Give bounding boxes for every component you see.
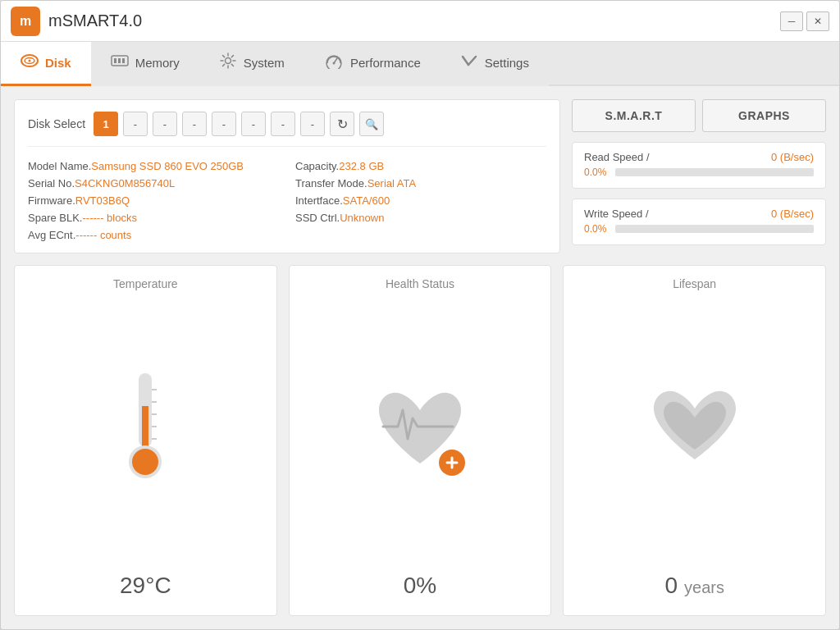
ssdctrl-label: SSD Ctrl.	[295, 212, 340, 224]
search-disk-button[interactable]: 🔍	[359, 112, 384, 136]
avgec-value: ------ counts	[75, 229, 131, 241]
tab-disk-label: Disk	[45, 56, 71, 70]
svg-line-11	[463, 57, 468, 65]
write-speed-bar-row: 0.0%	[584, 223, 814, 235]
window-controls: ─ ✕	[780, 11, 829, 31]
tab-performance-label: Performance	[350, 56, 421, 70]
tab-bar: Disk Memory System Performance Settings	[1, 42, 839, 86]
ssdctrl-row: SSD Ctrl. Unknown	[295, 212, 546, 224]
main-content: Disk Select 1 - - - - - - - ↻ 🔍 Model Na…	[1, 86, 839, 629]
spare-value: ------ blocks	[83, 212, 137, 224]
right-panel: S.M.A.R.T GRAPHS Read Speed / 0 (B/sec) …	[572, 99, 826, 253]
write-speed-label: Write Speed /	[584, 208, 649, 220]
transfer-label: Transfer Mode.	[295, 177, 368, 189]
temperature-value: 29°C	[120, 573, 171, 599]
svg-rect-6	[122, 58, 125, 63]
disk-info-grid: Model Name. Samsung SSD 860 EVO 250GB Ca…	[28, 160, 546, 241]
tab-performance[interactable]: Performance	[304, 42, 441, 86]
capacity-value: 232.8 GB	[339, 160, 384, 172]
interface-label: Intertface.	[295, 194, 343, 207]
firmware-value: RVT03B6Q	[75, 194, 130, 207]
firmware-row: Firmware. RVT03B6Q	[28, 194, 279, 207]
avgec-label: Avg ECnt.	[28, 229, 75, 241]
model-name-row: Model Name. Samsung SSD 860 EVO 250GB	[28, 160, 279, 172]
write-speed-row: Write Speed / 0 (B/sec)	[584, 208, 814, 220]
performance-tab-icon	[324, 52, 344, 73]
smart-button[interactable]: S.M.A.R.T	[572, 99, 696, 132]
lifespan-heart-icon	[646, 386, 744, 476]
health-plus-icon	[439, 450, 465, 476]
app-title: mSMART4.0	[48, 11, 142, 30]
disk-slot-3[interactable]: -	[153, 112, 177, 136]
disk-slot-1[interactable]: 1	[94, 112, 118, 136]
system-tab-icon	[219, 52, 237, 74]
read-speed-bar-row: 0.0%	[584, 167, 814, 178]
health-card: Health Status	[289, 265, 552, 616]
read-speed-panel: Read Speed / 0 (B/sec) 0.0%	[572, 142, 826, 189]
read-speed-label: Read Speed /	[584, 151, 650, 163]
tab-system-label: System	[244, 56, 285, 70]
disk-slot-5[interactable]: -	[212, 112, 236, 136]
svg-point-2	[29, 60, 31, 62]
tab-memory[interactable]: Memory	[91, 42, 199, 86]
lifespan-value: 0	[664, 573, 678, 599]
app-logo: m	[11, 7, 40, 36]
svg-rect-4	[114, 58, 116, 63]
disk-slot-8[interactable]: -	[300, 112, 325, 136]
ssdctrl-value: Unknown	[340, 212, 384, 224]
lifespan-value-row: 0 years	[664, 573, 724, 599]
smart-graphs-row: S.M.A.R.T GRAPHS	[572, 99, 826, 132]
disk-slot-4[interactable]: -	[182, 112, 207, 136]
tab-memory-label: Memory	[135, 56, 180, 70]
close-button[interactable]: ✕	[806, 11, 829, 31]
lifespan-unit: years	[684, 578, 724, 597]
read-speed-value: 0 (B/sec)	[771, 151, 814, 163]
disk-slot-2[interactable]: -	[123, 112, 148, 136]
top-section: Disk Select 1 - - - - - - - ↻ 🔍 Model Na…	[14, 99, 826, 253]
graphs-button[interactable]: GRAPHS	[702, 99, 826, 132]
disk-tab-icon	[21, 52, 39, 74]
health-title: Health Status	[386, 277, 454, 290]
svg-rect-14	[142, 406, 148, 447]
app-window: m mSMART4.0 ─ ✕ Disk Memory System	[0, 0, 840, 630]
svg-point-16	[132, 449, 158, 475]
refresh-button[interactable]: ↻	[330, 112, 354, 136]
settings-tab-icon	[460, 52, 478, 74]
interface-row: Intertface. SATA/600	[295, 194, 546, 207]
svg-rect-5	[118, 58, 121, 63]
spare-row: Spare BLK. ------ blocks	[28, 212, 279, 224]
svg-point-10	[332, 62, 335, 65]
serial-row: Serial No. S4CKNG0M856740L	[28, 177, 279, 189]
tab-system[interactable]: System	[199, 42, 304, 86]
title-left: m mSMART4.0	[11, 7, 142, 36]
firmware-label: Firmware.	[28, 194, 75, 207]
serial-label: Serial No.	[28, 177, 75, 189]
write-speed-panel: Write Speed / 0 (B/sec) 0.0%	[572, 199, 826, 245]
write-speed-pct: 0.0%	[584, 223, 610, 235]
health-icon-wrap	[367, 386, 473, 476]
temperature-title: Temperature	[113, 277, 178, 290]
thermometer-icon	[112, 365, 178, 496]
capacity-label: Capacity.	[295, 160, 339, 172]
write-speed-bar-bg	[615, 225, 814, 233]
disk-select-row: Disk Select 1 - - - - - - - ↻ 🔍	[28, 112, 546, 147]
bottom-section: Temperature	[14, 265, 826, 616]
minimize-button[interactable]: ─	[780, 11, 803, 31]
temperature-icon-area	[112, 297, 178, 564]
tab-settings[interactable]: Settings	[441, 42, 549, 86]
lifespan-icon-area	[646, 297, 744, 564]
lifespan-card: Lifespan 0 years	[563, 265, 826, 616]
model-value: Samsung SSD 860 EVO 250GB	[91, 160, 244, 172]
health-value: 0%	[404, 573, 436, 599]
disk-slot-7[interactable]: -	[271, 112, 295, 136]
disk-slot-6[interactable]: -	[241, 112, 266, 136]
svg-line-12	[468, 57, 476, 65]
transfer-row: Transfer Mode. Serial ATA	[295, 177, 546, 189]
transfer-value: Serial ATA	[368, 177, 416, 189]
interface-value: SATA/600	[343, 194, 390, 207]
tab-disk[interactable]: Disk	[1, 42, 91, 86]
serial-value: S4CKNG0M856740L	[75, 177, 175, 189]
lifespan-title: Lifespan	[673, 277, 716, 290]
capacity-row: Capacity. 232.8 GB	[295, 160, 546, 172]
disk-info-panel: Disk Select 1 - - - - - - - ↻ 🔍 Model Na…	[14, 99, 560, 253]
